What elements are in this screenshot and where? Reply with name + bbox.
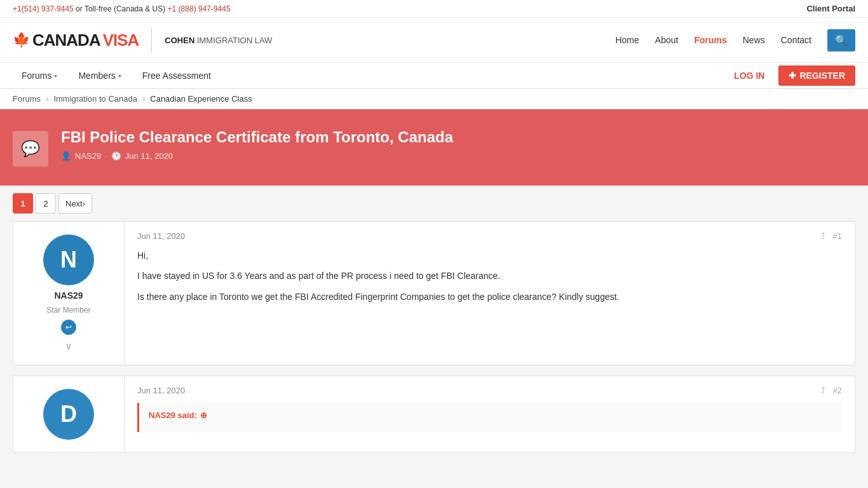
next-arrow-icon: › [83, 199, 85, 208]
breadcrumb: Forums › Immigration to Canada › Canadia… [0, 89, 868, 109]
breadcrumb-sep1: › [46, 94, 48, 104]
post-date: Jun 11, 2020 [137, 231, 185, 241]
expand-quote-icon[interactable]: ⊕ [200, 409, 207, 423]
meta-dot: · [105, 151, 107, 161]
nav-about[interactable]: About [655, 35, 679, 45]
forums-arrow-icon: ▾ [54, 72, 57, 79]
breadcrumb-forums[interactable]: Forums [13, 94, 41, 104]
page-2-button[interactable]: 2 [36, 193, 56, 214]
post-number: #1 [833, 231, 842, 241]
thread-title: FBI Police Clearance Certificate from To… [61, 128, 453, 146]
logo-area: 🍁 CANADAVISA COHEN IMMIGRATION LAW [13, 27, 272, 53]
logo[interactable]: 🍁 CANADAVISA [13, 30, 139, 50]
avatar: N [43, 234, 94, 285]
post-author-sidebar: N NAS29 Star Member ↩ ∨ [13, 222, 125, 365]
user-badge-icon: ↩ [61, 320, 76, 335]
nav-right: LOG IN ✚ REGISTER [726, 65, 855, 86]
phone1-link[interactable]: +1(514) 937-9445 [13, 4, 74, 13]
post-username[interactable]: NAS29 [54, 290, 83, 301]
cohen-text: COHEN IMMIGRATION LAW [165, 36, 272, 45]
thread-date: Jun 11, 2020 [125, 151, 173, 161]
nav-home[interactable]: Home [615, 35, 639, 45]
phone-separator: or Toll-free (Canada & US) [76, 4, 168, 13]
nav-left: Forums ▾ Members ▾ Free Assessment [13, 63, 220, 88]
post-header: Jun 11, 2020 ⤴ #1 [137, 231, 842, 241]
maple-leaf-icon: 🍁 [13, 32, 30, 48]
thread-banner: 💬 FBI Police Clearance Certificate from … [0, 109, 868, 186]
nav-members-item[interactable]: Members ▾ [69, 63, 130, 88]
thread-info: FBI Police Clearance Certificate from To… [61, 128, 453, 161]
post-header: Jun 11, 2020 ⤴ #2 [137, 386, 842, 395]
thread-author[interactable]: NAS29 [75, 151, 101, 161]
thread-icon: 💬 [13, 131, 48, 166]
table-row: N NAS29 Star Member ↩ ∨ Jun 11, 2020 ⤴ #… [13, 221, 855, 365]
breadcrumb-sep2: › [142, 94, 145, 104]
login-button[interactable]: LOG IN [726, 65, 772, 86]
site-header: 🍁 CANADAVISA COHEN IMMIGRATION LAW Home … [0, 18, 868, 63]
nav-contact[interactable]: Contact [781, 35, 811, 45]
next-page-button[interactable]: Next › [58, 193, 92, 214]
plus-icon: ✚ [789, 71, 796, 81]
search-button[interactable]: 🔍 [827, 29, 855, 51]
contact-info: +1(514) 937-9445 or Toll-free (Canada & … [13, 4, 231, 13]
nav-forums[interactable]: Forums [694, 35, 726, 45]
post-actions: ⤴ #1 [821, 231, 842, 241]
user-role: Star Member [46, 306, 90, 315]
post-body-area: Jun 11, 2020 ⤴ #2 NAS29 said: ⊕ [125, 376, 855, 452]
user-icon: 👤 [61, 151, 71, 161]
secondary-nav: Forums ▾ Members ▾ Free Assessment LOG I… [0, 63, 868, 89]
page-1-button[interactable]: 1 [13, 193, 33, 214]
table-row: D Jun 11, 2020 ⤴ #2 NAS29 said: ⊕ [13, 376, 855, 453]
members-arrow-icon: ▾ [118, 72, 121, 79]
top-bar: +1(514) 937-9445 or Toll-free (Canada & … [0, 0, 868, 18]
thread-meta: 👤 NAS29 · 🕐 Jun 11, 2020 [61, 151, 453, 161]
post-body-area: Jun 11, 2020 ⤴ #1 Hi, I have stayed in U… [125, 222, 855, 365]
post-number: #2 [833, 386, 842, 395]
posts-area: N NAS29 Star Member ↩ ∨ Jun 11, 2020 ⤴ #… [0, 221, 868, 476]
logo-divider [151, 27, 152, 53]
register-button[interactable]: ✚ REGISTER [778, 65, 855, 86]
quote-block: NAS29 said: ⊕ [137, 403, 842, 432]
post-line2: I have stayed in US for 3.6 Years and as… [137, 269, 842, 283]
expand-button[interactable]: ∨ [65, 340, 72, 352]
post-date: Jun 11, 2020 [137, 386, 185, 395]
quote-author: NAS29 said: ⊕ [149, 409, 832, 423]
post-author-sidebar: D [13, 376, 125, 452]
logo-canada-text: CANADA [32, 30, 100, 50]
main-nav: Home About Forums News Contact 🔍 [615, 29, 855, 51]
phone2-link[interactable]: +1 (888) 947-9445 [168, 4, 231, 13]
nav-free-assessment-item[interactable]: Free Assessment [133, 63, 220, 88]
clock-icon: 🕐 [111, 151, 121, 161]
post-line1: Hi, [137, 248, 842, 262]
post-actions: ⤴ #2 [821, 386, 842, 395]
client-portal-link[interactable]: Client Portal [806, 4, 855, 13]
share-button[interactable]: ⤴ [821, 231, 825, 241]
logo-visa-text: VISA [103, 30, 139, 50]
pagination: 1 2 Next › [0, 186, 868, 221]
post-body: NAS29 said: ⊕ [137, 403, 842, 432]
post-line3: Is there any place in Toronto we get the… [137, 290, 842, 304]
breadcrumb-immigration[interactable]: Immigration to Canada [53, 94, 137, 104]
breadcrumb-current: Canadian Experience Class [150, 94, 252, 104]
nav-forums-item[interactable]: Forums ▾ [13, 63, 66, 88]
post-body: Hi, I have stayed in US for 3.6 Years an… [137, 248, 842, 304]
avatar: D [43, 389, 94, 440]
share-button[interactable]: ⤴ [821, 386, 825, 395]
nav-news[interactable]: News [743, 35, 765, 45]
